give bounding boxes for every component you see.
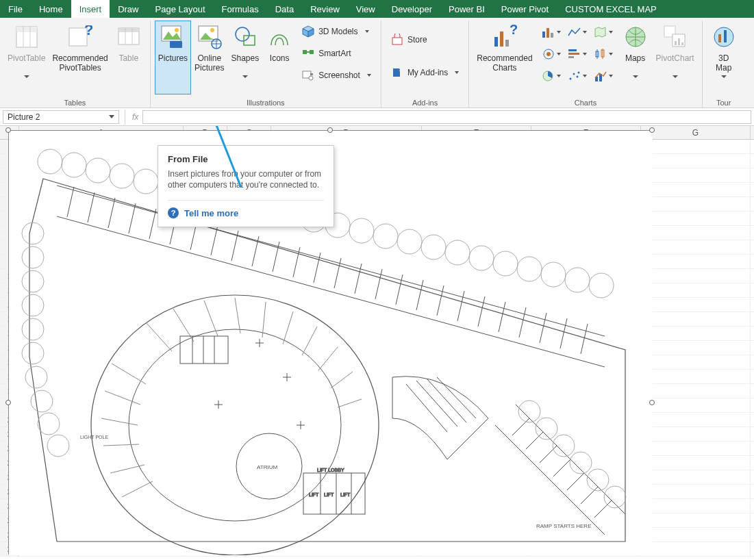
smartart-icon (302, 47, 314, 60)
chevron-down-icon (242, 75, 248, 78)
svg-text:LIGHT POLE: LIGHT POLE (80, 435, 108, 440)
chart-hierarchy-button[interactable] (539, 44, 564, 64)
chart-combo-button[interactable] (591, 66, 616, 86)
svg-rect-40 (568, 56, 574, 58)
online-pictures-button[interactable]: Online Pictures (191, 21, 227, 94)
pictures-tooltip: From File Insert pictures from your comp… (158, 145, 334, 227)
tab-page-layout[interactable]: Page Layout (147, 0, 214, 18)
tab-strip: File Home Insert Draw Page Layout Formul… (0, 0, 754, 18)
shapes-icon (231, 23, 259, 51)
tooltip-title: From File (168, 154, 324, 164)
tab-custom-excel-map[interactable]: CUSTOM EXCEL MAP (557, 0, 665, 18)
svg-rect-60 (724, 30, 727, 42)
online-pictures-icon (196, 23, 223, 51)
tooltip-body: Insert pictures from your computer or fr… (168, 168, 324, 190)
svg-point-12 (175, 28, 179, 32)
maps-label: Maps (625, 53, 645, 73)
svg-text:LIFT: LIFT (340, 492, 351, 497)
tell-me-more-link[interactable]: ? Tell me more (168, 200, 324, 218)
column-header[interactable]: G (641, 126, 751, 139)
pivottable-button[interactable]: PivotTable (4, 21, 49, 94)
table-label: Table (118, 53, 138, 73)
svg-point-49 (577, 72, 579, 74)
chart-scatter-button[interactable] (565, 66, 590, 86)
ribbon-insert: PivotTable ? Recommended PivotTables Tab… (0, 18, 754, 108)
chevron-down-icon (24, 75, 29, 78)
svg-rect-23 (303, 50, 307, 54)
chart-map-button[interactable] (591, 22, 616, 42)
tab-file[interactable]: File (0, 0, 31, 18)
chevron-down-icon (365, 30, 369, 33)
chevron-down-icon (109, 115, 114, 118)
pivottable-label: PivotTable (8, 53, 45, 73)
tab-home[interactable]: Home (31, 0, 71, 18)
group-label-tours: Tour (707, 97, 741, 107)
recommended-pivottables-button[interactable]: ? Recommended PivotTables (49, 21, 111, 94)
svg-point-26 (309, 76, 313, 80)
svg-rect-30 (500, 31, 503, 47)
chevron-down-icon (455, 71, 459, 74)
svg-text:RAMP STARTS HERE: RAMP STARTS HERE (536, 523, 591, 529)
tab-formulas[interactable]: Formulas (214, 0, 267, 18)
chart-line-button[interactable] (565, 22, 590, 42)
table-button[interactable]: Table (112, 21, 146, 94)
chevron-down-icon (721, 75, 727, 78)
pictures-button[interactable]: Pictures (155, 21, 191, 94)
screenshot-label: Screenshot (318, 71, 360, 80)
chart-bar-button[interactable] (565, 44, 590, 64)
tab-draw[interactable]: Draw (110, 0, 147, 18)
tab-data[interactable]: Data (267, 0, 302, 18)
group-label-illustrations: Illustrations (155, 97, 377, 107)
tab-developer[interactable]: Developer (384, 0, 440, 18)
recommended-pivot-icon: ? (66, 23, 94, 51)
my-addins-button[interactable]: My Add-ins (388, 63, 462, 82)
3d-globe-icon (710, 23, 738, 51)
ribbon-group-charts: ? Recommended Charts Maps (469, 21, 702, 108)
icons-label: Icons (270, 53, 290, 73)
recommended-charts-icon: ? (491, 23, 518, 51)
worksheet-area: ABCDEFG 12345678910111213141516171819202… (0, 126, 754, 560)
3d-map-button[interactable]: 3D Map (707, 21, 741, 94)
chart-statistic-button[interactable] (591, 44, 616, 64)
tab-insert[interactable]: Insert (71, 0, 110, 18)
pivot-table-icon (13, 23, 40, 51)
icons-button[interactable]: Icons (262, 21, 297, 94)
chart-column-button[interactable] (539, 22, 564, 42)
maps-button[interactable]: Maps (618, 21, 653, 94)
tab-view[interactable]: View (348, 0, 384, 18)
svg-text:?: ? (84, 25, 92, 38)
svg-point-48 (576, 76, 578, 78)
group-label-addins: Add-ins (386, 97, 464, 107)
svg-rect-35 (551, 33, 553, 38)
ribbon-group-illustrations: Pictures Online Pictures Shapes Icons (151, 21, 381, 108)
recommended-charts-button[interactable]: ? Recommended Charts (473, 21, 536, 94)
tab-review[interactable]: Review (302, 0, 348, 18)
chevron-down-icon (673, 75, 678, 78)
pivotchart-label: PivotChart (656, 53, 694, 73)
3d-models-button[interactable]: 3D Models (299, 22, 374, 41)
svg-rect-55 (675, 41, 677, 45)
fx-icon[interactable]: fx (128, 112, 142, 122)
tab-power-pivot[interactable]: Power Pivot (493, 0, 557, 18)
3d-models-label: 3D Models (318, 27, 357, 36)
store-button[interactable]: Store (388, 30, 462, 49)
online-pictures-label: Online Pictures (194, 53, 224, 73)
svg-point-16 (210, 28, 214, 32)
pictures-icon (159, 23, 186, 51)
rec-pivot-label: Recommended PivotTables (52, 53, 108, 73)
svg-rect-24 (310, 50, 314, 54)
pictures-label: Pictures (158, 53, 188, 73)
ribbon-group-addins: Store My Add-ins Add-ins (381, 21, 469, 108)
screenshot-button[interactable]: Screenshot (299, 66, 374, 85)
name-box[interactable]: Picture 2 (3, 110, 119, 124)
chart-pie-button[interactable] (539, 66, 564, 86)
svg-text:LIFT LOBBY: LIFT LOBBY (317, 468, 344, 472)
pivotchart-button[interactable]: PivotChart (653, 21, 698, 94)
svg-rect-28 (392, 38, 402, 44)
formula-bar[interactable] (142, 110, 751, 124)
svg-rect-57 (681, 42, 683, 45)
svg-rect-39 (568, 53, 579, 55)
shapes-button[interactable]: Shapes (227, 21, 262, 94)
tab-power-bi[interactable]: Power BI (440, 0, 493, 18)
smartart-button[interactable]: SmartArt (299, 44, 374, 63)
